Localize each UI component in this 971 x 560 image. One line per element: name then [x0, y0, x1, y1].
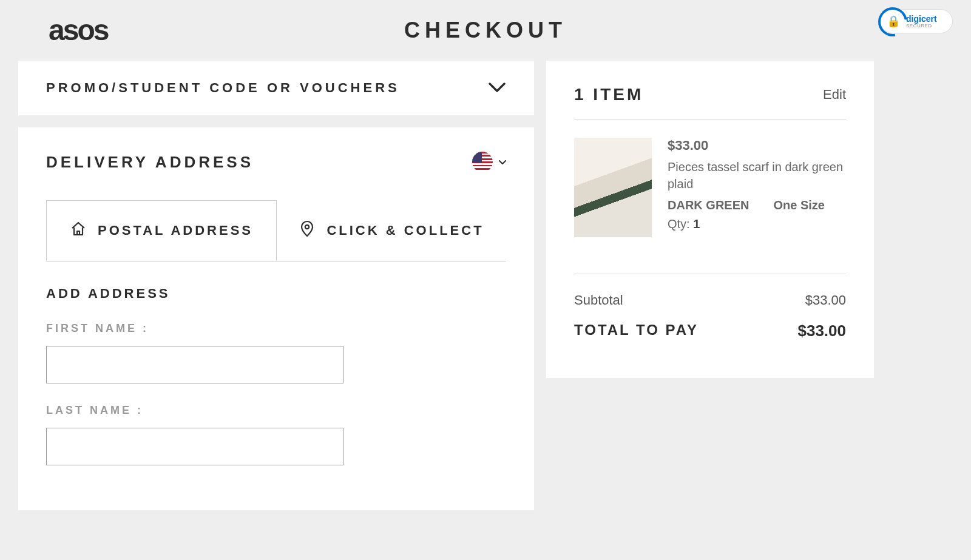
summary-item-count: 1 ITEM	[574, 85, 643, 104]
item-name: Pieces tassel scarf in dark green plaid	[668, 158, 846, 192]
us-flag-icon	[472, 152, 493, 172]
product-thumbnail[interactable]	[574, 138, 652, 237]
page-title: CHECKOUT	[404, 18, 567, 43]
last-name-input[interactable]	[46, 428, 343, 465]
first-name-input[interactable]	[46, 346, 343, 383]
promo-title: PROMO/STUDENT CODE OR VOUCHERS	[46, 80, 400, 96]
tab-click-collect-label: CLICK & COLLECT	[326, 223, 484, 238]
badge-brand: digicert	[906, 15, 937, 23]
first-name-label: FIRST NAME :	[46, 322, 506, 335]
country-selector[interactable]	[472, 152, 506, 172]
subtotal-row: Subtotal $33.00	[574, 292, 846, 308]
total-label: TOTAL TO PAY	[574, 322, 699, 340]
item-qty: Qty: 1	[668, 217, 846, 231]
divider	[574, 119, 846, 120]
tab-postal-label: POSTAL ADDRESS	[98, 223, 253, 238]
item-price: $33.00	[668, 138, 846, 153]
order-summary: 1 ITEM Edit $33.00 Pieces tassel scarf i…	[546, 61, 874, 378]
add-address-heading: ADD ADDRESS	[46, 286, 506, 302]
delivery-tabs: POSTAL ADDRESS CLICK & COLLECT	[46, 200, 506, 261]
promo-code-section[interactable]: PROMO/STUDENT CODE OR VOUCHERS	[18, 61, 534, 115]
tab-click-collect[interactable]: CLICK & COLLECT	[277, 200, 506, 261]
pin-icon	[299, 220, 316, 241]
edit-bag-link[interactable]: Edit	[823, 87, 846, 103]
item-color: DARK GREEN	[668, 198, 749, 212]
chevron-down-icon	[499, 157, 506, 167]
lock-icon: 🔒	[884, 15, 902, 28]
bag-item: $33.00 Pieces tassel scarf in dark green…	[574, 138, 846, 237]
total-value: $33.00	[797, 322, 846, 340]
last-name-label: LAST NAME :	[46, 404, 506, 417]
home-icon	[70, 220, 87, 241]
svg-point-0	[305, 225, 309, 229]
subtotal-label: Subtotal	[574, 292, 623, 308]
divider	[574, 274, 846, 274]
tab-postal-address[interactable]: POSTAL ADDRESS	[46, 200, 277, 261]
badge-sub: SECURED	[906, 23, 937, 29]
total-row: TOTAL TO PAY $33.00	[574, 322, 846, 340]
page-header: asos CHECKOUT 🔒 digicert SECURED	[0, 0, 971, 61]
digicert-badge[interactable]: 🔒 digicert SECURED	[880, 9, 953, 33]
asos-logo[interactable]: asos	[49, 13, 107, 47]
delivery-address-section: DELIVERY ADDRESS POSTAL ADDRESS	[18, 127, 534, 510]
delivery-title: DELIVERY ADDRESS	[46, 153, 254, 172]
chevron-down-icon	[488, 79, 506, 97]
item-size: One Size	[773, 198, 824, 212]
subtotal-value: $33.00	[805, 292, 846, 308]
